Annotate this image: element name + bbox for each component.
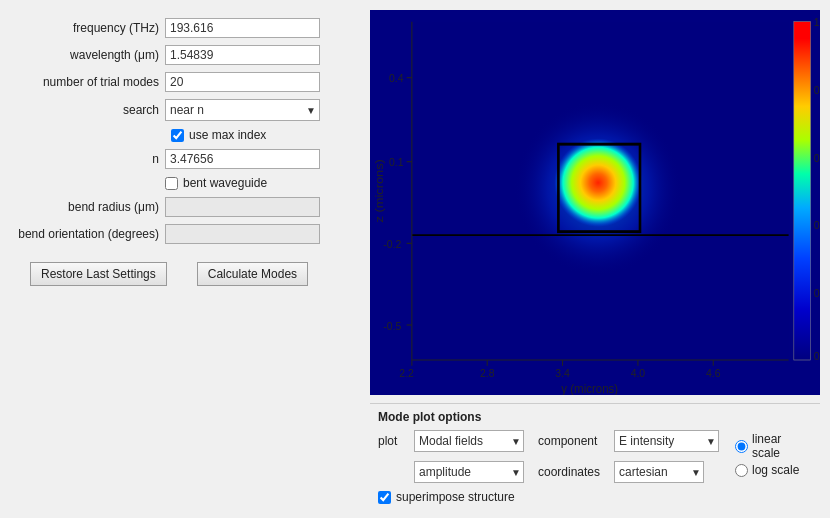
svg-text:1.0: 1.0 bbox=[814, 16, 820, 29]
coordinates-select-wrap: cartesian polar ▼ bbox=[614, 461, 704, 483]
scale-radio-group: linear scale log scale bbox=[735, 432, 812, 477]
svg-text:0.0: 0.0 bbox=[814, 349, 820, 362]
plot-area: 1.0 0.8 0.6 0.4 0.2 0.0 2.2 2.8 3.4 4.0 … bbox=[370, 10, 820, 395]
svg-point-2 bbox=[554, 138, 642, 227]
search-select[interactable]: near n near n_eff all bbox=[165, 99, 320, 121]
left-panel: frequency (THz) wavelength (μm) number o… bbox=[0, 0, 365, 518]
superimpose-checkbox[interactable] bbox=[378, 491, 391, 504]
log-scale-label: log scale bbox=[752, 463, 799, 477]
amplitude-select-wrap: amplitude phase real imaginary ▼ bbox=[414, 461, 524, 483]
svg-text:0.2: 0.2 bbox=[814, 286, 820, 299]
frequency-label: frequency (THz) bbox=[10, 21, 165, 35]
bend-orientation-label: bend orientation (degrees) bbox=[10, 227, 165, 241]
svg-text:0.4: 0.4 bbox=[389, 72, 404, 85]
use-max-index-label: use max index bbox=[189, 128, 266, 142]
amplitude-row: amplitude phase real imaginary ▼ coordin… bbox=[378, 461, 719, 483]
linear-scale-label: linear scale bbox=[752, 432, 812, 460]
plot-select-wrap: Modal fields E field H field ▼ bbox=[414, 430, 524, 452]
wavelength-label: wavelength (μm) bbox=[10, 48, 165, 62]
component-label: component bbox=[538, 434, 608, 448]
frequency-input[interactable] bbox=[165, 18, 320, 38]
mode-options-title: Mode plot options bbox=[378, 410, 812, 424]
linear-scale-radio[interactable] bbox=[735, 440, 748, 453]
component-select-wrap: E intensity Ex Ey Ez ▼ bbox=[614, 430, 719, 452]
right-panel: 1.0 0.8 0.6 0.4 0.2 0.0 2.2 2.8 3.4 4.0 … bbox=[365, 0, 830, 518]
bent-waveguide-label: bent waveguide bbox=[183, 176, 267, 190]
use-max-index-checkbox[interactable] bbox=[171, 129, 184, 142]
trial-modes-row: number of trial modes bbox=[10, 72, 355, 92]
frequency-row: frequency (THz) bbox=[10, 18, 355, 38]
bend-radius-input[interactable] bbox=[165, 197, 320, 217]
svg-text:2.8: 2.8 bbox=[480, 367, 495, 380]
n-input[interactable] bbox=[165, 149, 320, 169]
amplitude-select[interactable]: amplitude phase real imaginary bbox=[414, 461, 524, 483]
bend-radius-row: bend radius (μm) bbox=[10, 197, 355, 217]
svg-text:y (microns): y (microns) bbox=[561, 381, 618, 395]
svg-text:4.6: 4.6 bbox=[706, 367, 721, 380]
trial-modes-label: number of trial modes bbox=[10, 75, 165, 89]
wavelength-row: wavelength (μm) bbox=[10, 45, 355, 65]
linear-scale-item: linear scale bbox=[735, 432, 812, 460]
n-row: n bbox=[10, 149, 355, 169]
plot-row: plot Modal fields E field H field ▼ comp… bbox=[378, 430, 719, 452]
calculate-button[interactable]: Calculate Modes bbox=[197, 262, 308, 286]
svg-text:0.8: 0.8 bbox=[814, 83, 820, 96]
superimpose-row: superimpose structure bbox=[378, 490, 812, 504]
trial-modes-input[interactable] bbox=[165, 72, 320, 92]
svg-text:-0.5: -0.5 bbox=[383, 319, 401, 332]
coordinates-select[interactable]: cartesian polar bbox=[614, 461, 704, 483]
bent-waveguide-row: bent waveguide bbox=[10, 176, 355, 190]
svg-text:2.2: 2.2 bbox=[399, 367, 414, 380]
search-select-wrap: near n near n_eff all ▼ bbox=[165, 99, 320, 121]
log-scale-item: log scale bbox=[735, 463, 812, 477]
wavelength-input[interactable] bbox=[165, 45, 320, 65]
svg-text:0.4: 0.4 bbox=[814, 219, 820, 232]
plot-select[interactable]: Modal fields E field H field bbox=[414, 430, 524, 452]
plot-svg: 1.0 0.8 0.6 0.4 0.2 0.0 2.2 2.8 3.4 4.0 … bbox=[370, 10, 820, 395]
component-select[interactable]: E intensity Ex Ey Ez bbox=[614, 430, 719, 452]
restore-button[interactable]: Restore Last Settings bbox=[30, 262, 167, 286]
use-max-index-row: use max index bbox=[171, 128, 355, 142]
bend-orientation-input[interactable] bbox=[165, 224, 320, 244]
bend-orientation-row: bend orientation (degrees) bbox=[10, 224, 355, 244]
bend-radius-label: bend radius (μm) bbox=[10, 200, 165, 214]
svg-text:z (microns): z (microns) bbox=[372, 159, 385, 222]
superimpose-label: superimpose structure bbox=[396, 490, 515, 504]
bent-waveguide-checkbox[interactable] bbox=[165, 177, 178, 190]
svg-text:0.1: 0.1 bbox=[389, 156, 404, 169]
search-row: search near n near n_eff all ▼ bbox=[10, 99, 355, 121]
svg-text:-0.2: -0.2 bbox=[383, 237, 401, 250]
svg-text:4.0: 4.0 bbox=[631, 367, 646, 380]
search-label: search bbox=[10, 103, 165, 117]
svg-text:3.4: 3.4 bbox=[555, 367, 570, 380]
log-scale-radio[interactable] bbox=[735, 464, 748, 477]
mode-plot-options: Mode plot options plot Modal fields E fi… bbox=[370, 403, 820, 508]
n-label: n bbox=[10, 152, 165, 166]
svg-rect-5 bbox=[794, 22, 811, 360]
coordinates-label: coordinates bbox=[538, 465, 608, 479]
svg-text:0.6: 0.6 bbox=[814, 151, 820, 164]
plot-label: plot bbox=[378, 434, 408, 448]
button-row: Restore Last Settings Calculate Modes bbox=[10, 262, 355, 286]
